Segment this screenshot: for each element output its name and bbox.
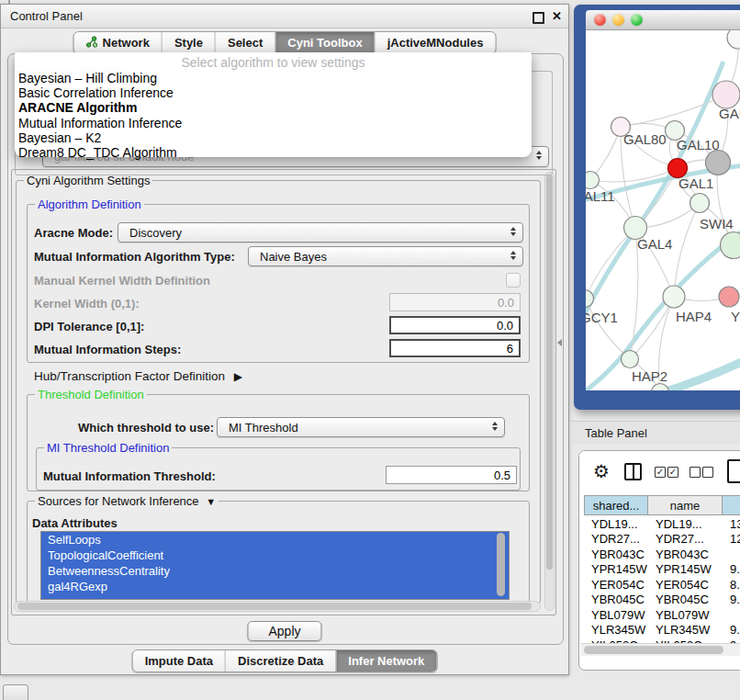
network-node-swi4[interactable] bbox=[721, 232, 740, 259]
table-row[interactable]: YDL19...YDL19...13 bbox=[584, 516, 740, 532]
table-cell: YDL19... bbox=[648, 517, 723, 531]
control-panel-titlebar[interactable]: Control Panel ✕ bbox=[1, 5, 568, 28]
deselect-all-icon[interactable] bbox=[690, 467, 701, 478]
settings-horizontal-scrollbar[interactable] bbox=[14, 601, 541, 612]
network-node[interactable] bbox=[690, 194, 710, 213]
table-row[interactable]: YLR345WYLR345W9. bbox=[584, 623, 740, 638]
table-horizontal-scrollbar[interactable] bbox=[581, 643, 740, 656]
network-node-label: SWI4 bbox=[700, 216, 734, 231]
table-row[interactable]: YER054CYER054C8. bbox=[584, 577, 740, 593]
select-all-icon[interactable]: ✓ bbox=[655, 467, 666, 478]
gear-icon[interactable]: ⚙ bbox=[593, 461, 610, 481]
tab-network[interactable]: Network bbox=[74, 32, 162, 53]
sources-legend[interactable]: Sources for Network Inference ▼ bbox=[35, 494, 219, 508]
manual-kernel-width-checkbox[interactable] bbox=[506, 273, 521, 288]
table-cell: YBR043C bbox=[584, 548, 648, 561]
table-row[interactable]: YBR043CYBR043C bbox=[584, 547, 740, 562]
tab-cyni-toolbox[interactable]: Cyni Toolbox bbox=[275, 32, 374, 53]
table-row[interactable]: YPR145WYPR145W9. bbox=[584, 562, 740, 578]
network-canvas[interactable]: GALGAL80GAL10GAL1GAL11GAL4SWI4GCY1HAP4YH… bbox=[586, 30, 740, 390]
tab-label: Select bbox=[228, 36, 263, 50]
mi-steps-field[interactable] bbox=[389, 339, 521, 357]
tab-label: jActiveMNodules bbox=[387, 36, 484, 50]
attribute-item-topologicalcoefficient[interactable]: TopologicalCoefficient bbox=[41, 548, 509, 563]
network-node-hap4[interactable] bbox=[663, 286, 685, 308]
menu-item-mutual-information-inference[interactable]: Mutual Information Inference bbox=[15, 116, 532, 130]
settings-scrollbar[interactable] bbox=[544, 172, 555, 611]
apply-button[interactable]: Apply bbox=[247, 621, 321, 641]
table-column-headers: shared...name bbox=[584, 495, 740, 515]
table-cell: YPR145W bbox=[648, 562, 723, 576]
column-header-name[interactable]: name bbox=[648, 495, 723, 515]
attribute-item-betweennesscentrality[interactable]: BetweennessCentrality bbox=[41, 563, 509, 579]
splitter-collapse-arrow[interactable] bbox=[557, 339, 562, 346]
tab-infer-network[interactable]: Infer Network bbox=[335, 650, 436, 672]
tab-label: Infer Network bbox=[348, 654, 424, 668]
corner-panel-button[interactable] bbox=[3, 684, 28, 700]
page-icon[interactable] bbox=[727, 459, 740, 483]
network-node[interactable] bbox=[727, 30, 740, 49]
dropdown-prompt: Select algorithm to view settings bbox=[15, 52, 532, 71]
attributes-scrollbar-thumb[interactable] bbox=[497, 533, 505, 596]
table-cell: YBR045C bbox=[584, 593, 648, 606]
mi-threshold-field[interactable] bbox=[386, 466, 517, 484]
attribute-item-selfloops[interactable]: SelfLoops bbox=[41, 532, 509, 548]
deselect-all-icon[interactable] bbox=[702, 467, 713, 478]
table-cell: 9. bbox=[723, 562, 740, 576]
mi-algorithm-type-combobox[interactable]: Naive Bayes bbox=[248, 246, 523, 266]
tab-discretize-data[interactable]: Discretize Data bbox=[225, 650, 335, 672]
manual-kernel-width-label: Manual Kernel Width Definition bbox=[34, 274, 210, 288]
table-panel-header: Table Panel bbox=[571, 421, 740, 444]
table-cell: 13 bbox=[723, 517, 740, 531]
network-icon bbox=[86, 36, 98, 51]
settings-horizontal-scrollbar-thumb[interactable] bbox=[17, 603, 532, 610]
dpi-tolerance-field[interactable] bbox=[389, 316, 521, 334]
menu-item-bayesian-hill-climbing[interactable]: Bayesian – Hill Climbing bbox=[15, 71, 532, 85]
network-node-y[interactable] bbox=[719, 287, 739, 307]
zoom-traffic-icon[interactable] bbox=[631, 14, 643, 26]
mi-threshold-label: Mutual Information Threshold: bbox=[43, 469, 216, 483]
tab-select[interactable]: Select bbox=[215, 32, 275, 53]
control-panel-tabs: NetworkStyleSelectCyni ToolboxjActiveMNo… bbox=[73, 31, 497, 54]
expand-right-icon: ▶ bbox=[234, 370, 242, 383]
data-attributes-list[interactable]: SelfLoopsTopologicalCoefficientBetweenne… bbox=[40, 531, 510, 600]
tab-style[interactable]: Style bbox=[162, 32, 215, 53]
network-edge[interactable] bbox=[674, 203, 700, 297]
close-traffic-icon[interactable] bbox=[594, 14, 606, 26]
hub-definition-toggle[interactable]: Hub/Transcription Factor Definition ▶ bbox=[34, 369, 242, 383]
table-horizontal-scrollbar-thumb[interactable] bbox=[584, 646, 723, 654]
close-icon[interactable]: ✕ bbox=[552, 9, 562, 24]
which-threshold-combobox[interactable]: MI Threshold bbox=[217, 417, 505, 437]
menu-item-bayesian-k2[interactable]: Bayesian – K2 bbox=[15, 130, 532, 145]
attribute-item-gal4rgexp[interactable]: gal4RGexp bbox=[41, 579, 509, 594]
table-row[interactable]: YDR27...YDR27...12 bbox=[584, 532, 740, 548]
tab-jactivemnodules[interactable]: jActiveMNodules bbox=[375, 32, 496, 53]
network-node-gcy1[interactable] bbox=[586, 290, 594, 308]
collapse-down-icon: ▼ bbox=[206, 496, 216, 507]
network-edge[interactable] bbox=[586, 299, 630, 359]
settings-scrollbar-thumb[interactable] bbox=[546, 175, 553, 570]
network-node[interactable] bbox=[652, 384, 669, 391]
network-window-titlebar[interactable] bbox=[586, 10, 740, 30]
network-node-hap2[interactable] bbox=[622, 351, 639, 368]
menu-item-basic-correlation-inference[interactable]: Basic Correlation Inference bbox=[15, 85, 532, 100]
select-all-icon[interactable]: ✓ bbox=[667, 467, 678, 478]
columns-icon[interactable] bbox=[624, 463, 642, 480]
table-row[interactable]: YBL079WYBL079W bbox=[584, 607, 740, 623]
column-header-shared[interactable]: shared... bbox=[584, 495, 648, 515]
menu-item-aracne-algorithm[interactable]: ARACNE Algorithm bbox=[15, 100, 532, 115]
kernel-width-field[interactable] bbox=[389, 293, 521, 311]
table-row[interactable]: YBR045CYBR045C9. bbox=[584, 593, 740, 608]
column-header-hidden[interactable] bbox=[723, 495, 740, 515]
network-node-gal11[interactable] bbox=[586, 172, 600, 189]
menu-item-dream8-dc-tdc-algorithm[interactable]: Dream8 DC_TDC Algorithm bbox=[15, 145, 532, 160]
dropdown-items: Bayesian – Hill ClimbingBasic Correlatio… bbox=[15, 71, 532, 160]
tab-impute-data[interactable]: Impute Data bbox=[133, 650, 225, 672]
aracne-mode-combobox[interactable]: Discovery bbox=[118, 222, 523, 243]
float-window-icon[interactable] bbox=[533, 12, 544, 24]
minimize-traffic-icon[interactable] bbox=[612, 14, 624, 26]
network-node-gal[interactable] bbox=[712, 81, 740, 108]
network-node[interactable] bbox=[706, 151, 731, 175]
panel-title: Control Panel bbox=[10, 9, 83, 23]
network-node-label: GCY1 bbox=[586, 310, 618, 325]
